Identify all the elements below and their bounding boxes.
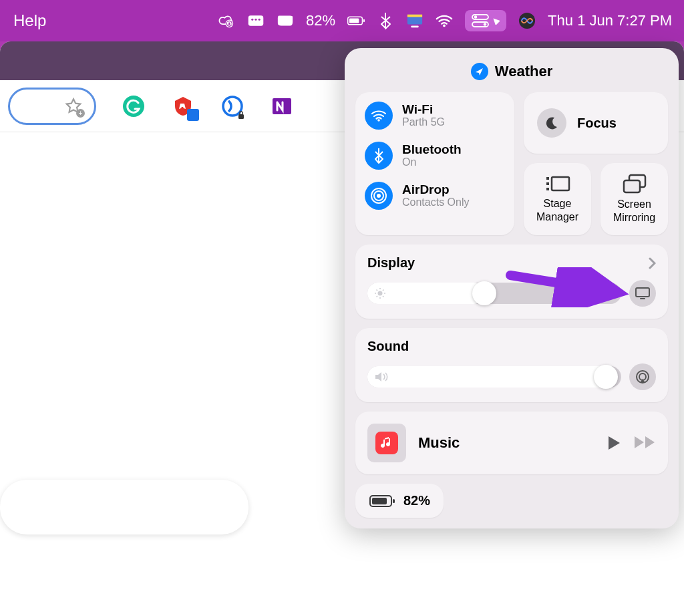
- cc-screen-mirroring-label: Screen Mirroring: [613, 198, 655, 224]
- cc-airdrop-title: AirDrop: [402, 183, 469, 197]
- svg-rect-45: [372, 498, 387, 504]
- cloud-sync-icon[interactable]: [218, 12, 235, 29]
- cc-weather-label: Weather: [495, 63, 552, 80]
- control-center-menubar-icon[interactable]: [465, 10, 506, 31]
- svg-rect-10: [411, 25, 419, 27]
- svg-rect-9: [407, 15, 422, 17]
- svg-rect-27: [546, 188, 549, 190]
- svg-rect-28: [552, 177, 569, 190]
- svg-point-4: [259, 19, 261, 21]
- cc-battery-card[interactable]: 82%: [355, 484, 444, 518]
- cc-bluetooth-item[interactable]: Bluetooth On: [365, 142, 505, 170]
- bluetooth-menubar-icon[interactable]: [377, 12, 394, 29]
- sound-volume-slider[interactable]: [367, 366, 621, 388]
- svg-rect-40: [636, 288, 649, 297]
- bookmark-star-icon[interactable]: +: [65, 98, 82, 115]
- cc-battery-percent: 82%: [403, 493, 430, 508]
- svg-rect-30: [624, 180, 640, 192]
- adblock-extension-icon[interactable]: [171, 94, 195, 118]
- wifi-menubar-icon[interactable]: [436, 12, 453, 29]
- cc-music-card[interactable]: Music: [355, 412, 668, 474]
- dock-icon[interactable]: [406, 12, 423, 29]
- fast-forward-icon[interactable]: [633, 435, 656, 451]
- chevron-right-icon[interactable]: [648, 257, 656, 270]
- screen-mirroring-icon: [623, 174, 647, 194]
- control-center-panel: Weather Wi-Fi Parth 5G Bluetooth On: [345, 48, 679, 528]
- moon-icon: [537, 108, 566, 138]
- svg-point-15: [484, 23, 486, 25]
- password-extension-icon[interactable]: [220, 94, 244, 118]
- svg-rect-25: [546, 177, 549, 180]
- play-icon[interactable]: [607, 435, 621, 451]
- svg-rect-7: [349, 18, 359, 23]
- cc-display-card: Display: [355, 245, 668, 319]
- cc-airdrop-item[interactable]: AirDrop Contacts Only: [365, 182, 505, 210]
- music-note-icon: [375, 432, 398, 454]
- menu-help[interactable]: Help: [8, 11, 51, 30]
- svg-point-11: [443, 25, 446, 27]
- search-pill[interactable]: [0, 480, 248, 534]
- display-device-button[interactable]: [629, 280, 656, 307]
- app-shape-icon[interactable]: [277, 12, 294, 29]
- svg-point-22: [377, 194, 381, 198]
- cc-connectivity-card: Wi-Fi Parth 5G Bluetooth On AirDrop: [355, 92, 514, 235]
- svg-rect-26: [546, 182, 549, 185]
- speaker-icon: [374, 371, 389, 383]
- cc-stage-manager-label: Stage Manager: [536, 197, 578, 224]
- cc-wifi-title: Wi-Fi: [402, 103, 445, 117]
- cc-focus-card[interactable]: Focus: [524, 92, 668, 154]
- location-arrow-icon: [471, 63, 488, 80]
- svg-point-2: [251, 19, 253, 21]
- cc-screen-mirroring-card[interactable]: Screen Mirroring: [601, 163, 668, 235]
- cc-bluetooth-status: On: [402, 156, 462, 168]
- music-artwork: [367, 424, 406, 462]
- svg-point-3: [255, 19, 257, 21]
- svg-line-36: [377, 290, 378, 291]
- bluetooth-icon: [365, 142, 393, 170]
- svg-rect-6: [363, 19, 365, 22]
- cc-bluetooth-title: Bluetooth: [402, 143, 462, 157]
- svg-point-17: [123, 96, 144, 117]
- cc-airdrop-status: Contacts Only: [402, 196, 469, 208]
- svg-line-39: [383, 290, 384, 291]
- menubar-datetime[interactable]: Thu 1 Jun 7:27 PM: [548, 12, 676, 29]
- onenote-extension-icon[interactable]: [270, 94, 294, 118]
- cc-music-label: Music: [418, 434, 594, 452]
- svg-rect-46: [393, 499, 395, 503]
- svg-rect-1: [248, 15, 264, 26]
- cc-wifi-status: Parth 5G: [402, 116, 445, 128]
- svg-point-13: [474, 15, 477, 18]
- airdrop-icon: [365, 182, 393, 210]
- cc-wifi-item[interactable]: Wi-Fi Parth 5G: [365, 102, 505, 130]
- svg-rect-41: [640, 298, 645, 299]
- svg-rect-19: [238, 114, 244, 119]
- grammarly-extension-icon[interactable]: [122, 94, 146, 118]
- airplay-audio-icon: [635, 369, 651, 385]
- address-bar-end[interactable]: +: [8, 88, 96, 125]
- monitor-icon: [635, 287, 651, 300]
- siri-icon[interactable]: [518, 12, 536, 29]
- display-brightness-slider[interactable]: [367, 283, 621, 304]
- subtitles-icon[interactable]: [247, 12, 265, 29]
- svg-line-37: [383, 296, 384, 297]
- cc-sound-label: Sound: [367, 339, 409, 354]
- cc-sound-card: Sound: [355, 328, 668, 402]
- wifi-icon: [365, 102, 393, 130]
- sound-output-button[interactable]: [629, 363, 656, 390]
- svg-point-21: [377, 119, 380, 122]
- svg-point-31: [378, 291, 383, 296]
- svg-line-38: [377, 296, 378, 297]
- cc-display-label: Display: [367, 255, 415, 271]
- battery-icon[interactable]: [347, 12, 365, 29]
- cc-focus-label: Focus: [577, 116, 617, 131]
- stage-manager-icon: [545, 174, 570, 193]
- cc-weather-row[interactable]: Weather: [355, 63, 668, 80]
- battery-icon: [369, 494, 395, 508]
- sun-icon: [374, 287, 386, 299]
- menubar-battery-percent: 82%: [306, 12, 335, 29]
- menubar: Help 82% Thu 1 Jun 7:27 P: [0, 0, 684, 41]
- cc-stage-manager-card[interactable]: Stage Manager: [524, 163, 591, 235]
- svg-point-0: [226, 20, 232, 27]
